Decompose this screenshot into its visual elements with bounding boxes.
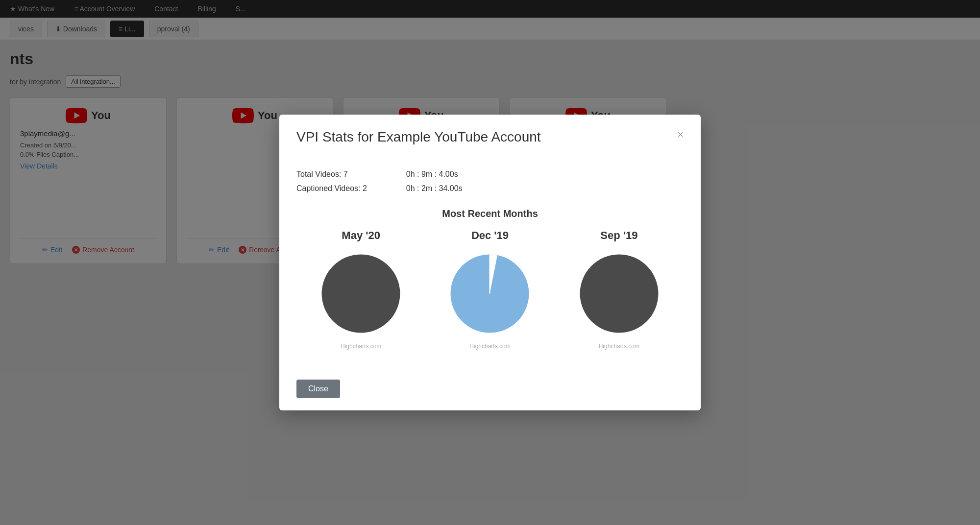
chart-may20-svg (318, 251, 404, 336)
chart-sep19-label: Sep '19 (600, 229, 637, 242)
chart-sep19-attribution: Highcharts.com (599, 343, 639, 350)
chart-may20-label: May '20 (342, 229, 380, 242)
stats-row: Total Videos: 7 Captioned Videos: 2 0h :… (296, 167, 684, 196)
charts-section: Most Recent Months May '20 Highcharts.co… (296, 208, 684, 350)
modal-title: VPI Stats for Example YouTube Account (296, 129, 541, 145)
modal-header: VPI Stats for Example YouTube Account × (279, 115, 701, 155)
chart-dec19-svg (447, 251, 533, 336)
duration2-row: 0h : 2m : 34.00s (406, 182, 463, 196)
charts-row: May '20 Highcharts.com Dec '19 (296, 229, 684, 350)
chart-may20-attribution: Highcharts.com (341, 343, 381, 350)
duration1-row: 0h : 9m : 4.00s (406, 167, 463, 182)
modal-overlay: VPI Stats for Example YouTube Account × … (0, 0, 980, 525)
chart-sep19: Sep '19 Highcharts.com (576, 229, 662, 350)
stats-right: 0h : 9m : 4.00s 0h : 2m : 34.00s (406, 167, 463, 196)
captioned-videos-label: Captioned Videos: (296, 184, 360, 192)
svg-point-3 (580, 254, 658, 333)
modal-footer: Close (279, 372, 701, 410)
total-videos-value: 7 (343, 170, 348, 178)
total-videos-row: Total Videos: 7 (296, 167, 367, 182)
modal-body: Total Videos: 7 Captioned Videos: 2 0h :… (279, 155, 701, 372)
chart-may20: May '20 Highcharts.com (318, 229, 404, 350)
chart-sep19-svg (576, 251, 662, 336)
chart-dec19-attribution: Highcharts.com (469, 343, 510, 350)
chart-may20-circle (318, 251, 404, 336)
captioned-videos-row: Captioned Videos: 2 (296, 182, 367, 196)
total-videos-label: Total Videos: (296, 170, 341, 178)
chart-sep19-circle (576, 251, 662, 336)
modal-close-button[interactable]: × (677, 129, 684, 140)
chart-dec19-label: Dec '19 (471, 229, 509, 242)
vpi-stats-modal: VPI Stats for Example YouTube Account × … (279, 115, 701, 410)
modal-close-bottom-button[interactable]: Close (296, 380, 340, 398)
chart-dec19: Dec '19 Highcharts.com (447, 229, 533, 350)
svg-point-0 (322, 254, 400, 333)
charts-heading: Most Recent Months (296, 208, 684, 219)
chart-dec19-circle (447, 251, 533, 336)
captioned-videos-value: 2 (363, 184, 367, 192)
stats-left: Total Videos: 7 Captioned Videos: 2 (296, 167, 367, 196)
